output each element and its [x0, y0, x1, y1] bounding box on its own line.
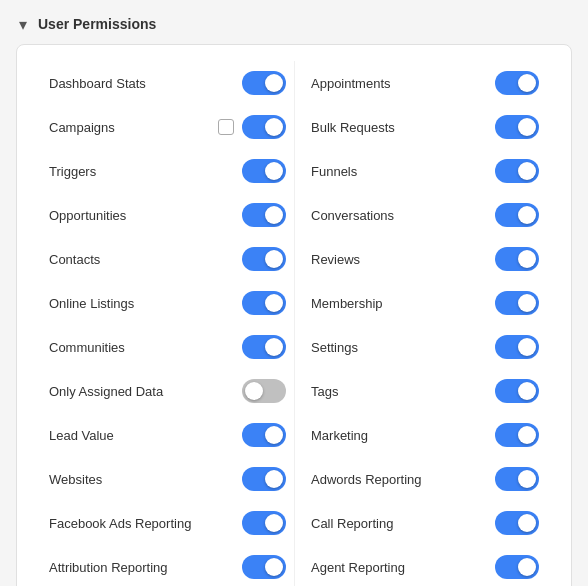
permission-row: Lead Value	[41, 413, 294, 457]
toggle-attribution-reporting[interactable]	[242, 555, 286, 579]
toggle-reviews[interactable]	[495, 247, 539, 271]
permission-label: Triggers	[49, 164, 242, 179]
permission-label: Lead Value	[49, 428, 242, 443]
permission-label: Appointments	[311, 76, 495, 91]
permission-row: Marketing	[303, 413, 547, 457]
toggle-wrapper	[495, 247, 539, 271]
checkbox[interactable]	[218, 119, 234, 135]
permission-label: Tags	[311, 384, 495, 399]
permission-row: Call Reporting	[303, 501, 547, 545]
section-title: User Permissions	[38, 16, 156, 32]
toggle-contacts[interactable]	[242, 247, 286, 271]
toggle-triggers[interactable]	[242, 159, 286, 183]
toggle-wrapper	[495, 555, 539, 579]
permission-label: Contacts	[49, 252, 242, 267]
permission-row: Only Assigned Data	[41, 369, 294, 413]
toggle-communities[interactable]	[242, 335, 286, 359]
permission-label: Only Assigned Data	[49, 384, 242, 399]
toggle-online-listings[interactable]	[242, 291, 286, 315]
toggle-campaigns[interactable]	[242, 115, 286, 139]
permission-row: Opportunities	[41, 193, 294, 237]
toggle-wrapper	[495, 467, 539, 491]
permission-row: Attribution Reporting	[41, 545, 294, 586]
permission-row: Dashboard Stats	[41, 61, 294, 105]
permission-row: Communities	[41, 325, 294, 369]
toggle-marketing[interactable]	[495, 423, 539, 447]
toggle-appointments[interactable]	[495, 71, 539, 95]
permission-label: Agent Reporting	[311, 560, 495, 575]
toggle-wrapper	[242, 335, 286, 359]
permission-label: Funnels	[311, 164, 495, 179]
permission-label: Online Listings	[49, 296, 242, 311]
permission-row: Facebook Ads Reporting	[41, 501, 294, 545]
toggle-adwords-reporting[interactable]	[495, 467, 539, 491]
permission-row: Reviews	[303, 237, 547, 281]
toggle-wrapper	[495, 115, 539, 139]
permission-row: Online Listings	[41, 281, 294, 325]
permission-label: Opportunities	[49, 208, 242, 223]
toggle-wrapper	[242, 203, 286, 227]
permission-row: Bulk Requests	[303, 105, 547, 149]
toggle-wrapper	[242, 71, 286, 95]
permission-row: Membership	[303, 281, 547, 325]
toggle-wrapper	[242, 467, 286, 491]
toggle-wrapper	[495, 423, 539, 447]
permission-row: Conversations	[303, 193, 547, 237]
toggle-wrapper	[242, 291, 286, 315]
toggle-wrapper	[495, 71, 539, 95]
left-column: Dashboard StatsCampaignsTriggersOpportun…	[41, 61, 294, 586]
toggle-membership[interactable]	[495, 291, 539, 315]
toggle-only-assigned-data[interactable]	[242, 379, 286, 403]
toggle-wrapper	[495, 159, 539, 183]
permission-row: Campaigns	[41, 105, 294, 149]
toggle-wrapper	[242, 555, 286, 579]
toggle-funnels[interactable]	[495, 159, 539, 183]
permission-label: Call Reporting	[311, 516, 495, 531]
permission-row: Triggers	[41, 149, 294, 193]
toggle-wrapper	[495, 203, 539, 227]
permission-label: Membership	[311, 296, 495, 311]
permissions-grid: Dashboard StatsCampaignsTriggersOpportun…	[41, 61, 547, 586]
permission-label: Bulk Requests	[311, 120, 495, 135]
toggle-websites[interactable]	[242, 467, 286, 491]
toggle-wrapper	[242, 423, 286, 447]
permission-row: Funnels	[303, 149, 547, 193]
toggle-wrapper	[495, 291, 539, 315]
permission-label: Marketing	[311, 428, 495, 443]
toggle-opportunities[interactable]	[242, 203, 286, 227]
permissions-card: Dashboard StatsCampaignsTriggersOpportun…	[16, 44, 572, 586]
toggle-conversations[interactable]	[495, 203, 539, 227]
right-column: AppointmentsBulk RequestsFunnelsConversa…	[294, 61, 547, 586]
permission-label: Websites	[49, 472, 242, 487]
toggle-settings[interactable]	[495, 335, 539, 359]
user-permissions-section-header[interactable]: ▾ User Permissions	[16, 16, 572, 32]
toggle-wrapper	[242, 247, 286, 271]
permission-row: Agent Reporting	[303, 545, 547, 586]
toggle-wrapper	[242, 511, 286, 535]
permission-label: Reviews	[311, 252, 495, 267]
permission-label: Communities	[49, 340, 242, 355]
permission-label: Adwords Reporting	[311, 472, 495, 487]
toggle-lead-value[interactable]	[242, 423, 286, 447]
toggle-dashboard-stats[interactable]	[242, 71, 286, 95]
toggle-tags[interactable]	[495, 379, 539, 403]
permission-row: Websites	[41, 457, 294, 501]
toggle-wrapper	[218, 115, 286, 139]
toggle-agent-reporting[interactable]	[495, 555, 539, 579]
permission-row: Adwords Reporting	[303, 457, 547, 501]
permission-label: Campaigns	[49, 120, 218, 135]
toggle-call-reporting[interactable]	[495, 511, 539, 535]
permission-label: Dashboard Stats	[49, 76, 242, 91]
permission-label: Conversations	[311, 208, 495, 223]
permission-label: Attribution Reporting	[49, 560, 242, 575]
permission-row: Appointments	[303, 61, 547, 105]
toggle-wrapper	[242, 159, 286, 183]
permission-row: Tags	[303, 369, 547, 413]
permission-row: Contacts	[41, 237, 294, 281]
chevron-down-icon: ▾	[16, 17, 30, 31]
permission-row: Settings	[303, 325, 547, 369]
toggle-wrapper	[495, 379, 539, 403]
toggle-facebook-ads-reporting[interactable]	[242, 511, 286, 535]
toggle-bulk-requests[interactable]	[495, 115, 539, 139]
toggle-wrapper	[495, 335, 539, 359]
